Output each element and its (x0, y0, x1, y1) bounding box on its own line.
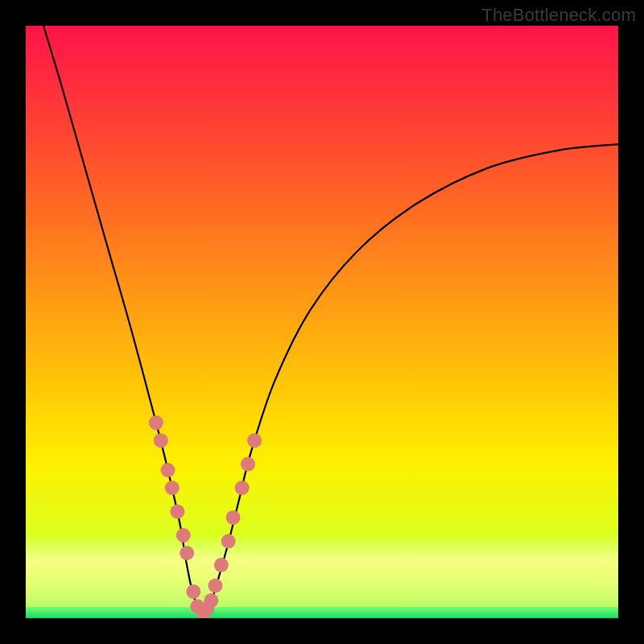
curve-marker (161, 463, 175, 477)
curve-marker (154, 433, 168, 448)
curve-marker (241, 457, 255, 472)
curve-markers (149, 415, 262, 618)
bottleneck-curve (43, 26, 618, 613)
curve-marker (208, 579, 223, 593)
curve-marker (204, 593, 218, 608)
curve-marker (247, 433, 262, 448)
curve-marker (235, 481, 250, 495)
curve-marker (165, 481, 180, 495)
watermark-label: TheBottleneck.com (481, 5, 636, 26)
curve-marker (149, 415, 163, 430)
curve-marker (214, 558, 229, 572)
curve-marker (226, 510, 241, 525)
plot-area (26, 26, 618, 618)
curve-marker (221, 534, 236, 548)
chart-frame: TheBottleneck.com (0, 0, 644, 644)
curve-marker (176, 528, 191, 543)
curve-marker (186, 584, 200, 599)
curve-marker (180, 546, 194, 560)
bottleneck-curve-svg (26, 26, 618, 618)
curve-marker (170, 505, 184, 519)
